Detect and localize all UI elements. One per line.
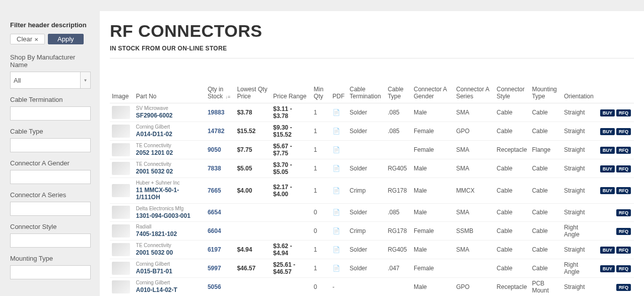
filter-input[interactable] xyxy=(10,265,91,279)
filter-input[interactable] xyxy=(10,233,91,248)
rfq-button[interactable]: RFQ xyxy=(616,128,631,135)
buy-button[interactable]: BUY xyxy=(600,187,615,194)
manufacturer-select[interactable]: All▼ xyxy=(10,72,91,89)
cell-series: GPO xyxy=(454,278,494,296)
col-ctype[interactable]: Cable Type xyxy=(385,84,412,103)
rfq-button[interactable]: RFQ xyxy=(616,109,631,116)
product-thumbnail[interactable] xyxy=(112,125,130,138)
qty-in-stock[interactable]: 7838 xyxy=(208,165,221,172)
cell-style: Cable xyxy=(495,178,530,204)
rfq-button[interactable]: RFQ xyxy=(616,209,631,216)
product-thumbnail[interactable] xyxy=(112,206,130,219)
pdf-icon[interactable]: 📄 xyxy=(333,109,340,116)
buy-button[interactable]: BUY xyxy=(600,147,615,154)
col-pdf[interactable]: PDF xyxy=(331,84,348,103)
rfq-button[interactable]: RFQ xyxy=(616,284,631,291)
table-row: Delta Electronics Mfg1301-094-G003-00166… xyxy=(110,203,634,221)
pdf-icon[interactable]: 📄 xyxy=(333,146,340,153)
part-number-link[interactable]: A010-L14-02-T xyxy=(136,286,203,293)
cell-series: SMA xyxy=(454,103,494,122)
qty-in-stock[interactable]: 19883 xyxy=(208,109,224,116)
cell-gender: Female xyxy=(412,222,454,241)
cell-ctype xyxy=(385,278,412,296)
qty-in-stock[interactable]: 5056 xyxy=(208,283,221,290)
col-qty[interactable]: Qty in Stock ↓≡ xyxy=(206,84,235,103)
part-number-link[interactable]: 2001 5032 02 xyxy=(136,168,203,175)
filter-input[interactable] xyxy=(10,202,91,216)
buy-button[interactable]: BUY xyxy=(600,265,615,272)
col-gender[interactable]: Connector A Gender xyxy=(412,84,454,103)
product-thumbnail[interactable] xyxy=(112,106,130,119)
col-range[interactable]: Price Range xyxy=(271,84,312,103)
col-term[interactable]: Cable Termination xyxy=(348,84,386,103)
cell-style: Cable xyxy=(495,259,530,278)
pdf-icon[interactable]: 📄 xyxy=(333,246,340,253)
qty-in-stock[interactable]: 6654 xyxy=(208,209,221,216)
product-thumbnail[interactable] xyxy=(112,243,130,256)
col-style[interactable]: Connector Style xyxy=(495,84,530,103)
manufacturer-name: TE Connectivity xyxy=(136,143,203,148)
product-thumbnail[interactable] xyxy=(112,143,130,156)
cell-gender: Male xyxy=(412,159,454,178)
col-part[interactable]: Part No xyxy=(134,84,206,103)
col-min[interactable]: Min Qty xyxy=(312,84,331,103)
pdf-icon[interactable]: 📄 xyxy=(333,209,340,216)
cell-orient: Right Angle xyxy=(562,222,597,241)
rfq-button[interactable]: RFQ xyxy=(616,147,631,154)
clear-button[interactable]: Clear xyxy=(10,34,45,44)
qty-in-stock[interactable]: 9050 xyxy=(208,146,221,153)
buy-button[interactable]: BUY xyxy=(600,247,615,254)
col-image[interactable]: Image xyxy=(110,84,134,103)
filter-input[interactable] xyxy=(10,170,91,184)
col-mount[interactable]: Mounting Type xyxy=(530,84,562,103)
product-thumbnail[interactable] xyxy=(112,224,130,238)
filter-input[interactable] xyxy=(10,106,91,121)
product-thumbnail[interactable] xyxy=(112,162,130,175)
qty-in-stock[interactable]: 6604 xyxy=(208,227,221,234)
filter-group: Mounting Type xyxy=(10,255,91,279)
part-number-link[interactable]: 1301-094-G003-001 xyxy=(136,212,203,219)
rfq-button[interactable]: RFQ xyxy=(616,247,631,254)
buy-button[interactable]: BUY xyxy=(600,109,615,116)
cell-series: MMCX xyxy=(454,178,494,204)
part-number-link[interactable]: 11 MMCX-50-1-1/111OH xyxy=(136,187,203,201)
part-number-link[interactable]: 7405-1821-102 xyxy=(136,230,203,238)
product-thumbnail[interactable] xyxy=(112,262,130,275)
cell-ctype: RG178 xyxy=(385,178,412,204)
filter-sidebar: Filter header description Clear Apply Sh… xyxy=(0,11,100,296)
qty-in-stock[interactable]: 6197 xyxy=(208,246,221,253)
pdf-icon[interactable]: 📄 xyxy=(333,227,340,234)
cell-term: Solder xyxy=(348,159,386,178)
part-number-link[interactable]: A015-B71-01 xyxy=(136,268,203,275)
part-number-link[interactable]: SF2906-6002 xyxy=(136,112,203,119)
rfq-button[interactable]: RFQ xyxy=(616,265,631,272)
cell-orient: Straight xyxy=(562,178,597,204)
table-row: Corning GilbertA014-D11-0214782$15.52$9.… xyxy=(110,122,634,141)
product-thumbnail[interactable] xyxy=(112,184,130,197)
col-series[interactable]: Connector A Series xyxy=(454,84,494,103)
rfq-button[interactable]: RFQ xyxy=(616,165,631,172)
cell-term: Solder xyxy=(348,103,386,122)
rfq-button[interactable]: RFQ xyxy=(616,228,631,235)
rfq-button[interactable]: RFQ xyxy=(616,187,631,194)
pdf-icon[interactable]: 📄 xyxy=(333,187,340,194)
buy-button[interactable]: BUY xyxy=(600,128,615,135)
pdf-icon[interactable]: 📄 xyxy=(333,128,340,135)
product-thumbnail[interactable] xyxy=(112,280,130,293)
pdf-icon[interactable]: 📄 xyxy=(333,265,340,272)
col-orient[interactable]: Orientation xyxy=(562,84,597,103)
price-range xyxy=(271,203,312,221)
filter-input[interactable] xyxy=(10,138,91,152)
part-number-link[interactable]: A014-D11-02 xyxy=(136,131,203,138)
buy-button[interactable]: BUY xyxy=(600,165,615,172)
qty-in-stock[interactable]: 14782 xyxy=(208,128,224,135)
col-lowest[interactable]: Lowest Qty Price xyxy=(235,84,271,103)
qty-in-stock[interactable]: 5997 xyxy=(208,265,221,272)
qty-in-stock[interactable]: 7665 xyxy=(208,187,221,194)
lowest-price xyxy=(235,278,271,296)
part-number-link[interactable]: 2001 5032 00 xyxy=(136,249,203,256)
apply-button[interactable]: Apply xyxy=(48,34,84,44)
pdf-icon[interactable]: 📄 xyxy=(333,165,340,172)
price-range: $3.11 - $3.78 xyxy=(271,103,312,122)
part-number-link[interactable]: 2052 1201 02 xyxy=(136,149,203,156)
